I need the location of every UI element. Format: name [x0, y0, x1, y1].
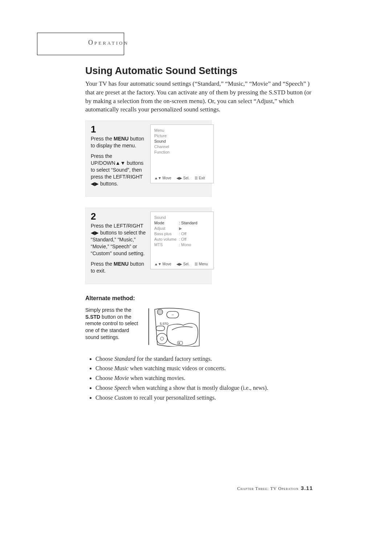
svg-point-2 — [159, 311, 161, 313]
sstd-label: S.STD — [160, 322, 168, 325]
osd2-row-0: Mode : Standard — [154, 220, 210, 226]
content-column: Operation Using Automatic Sound Settings… — [85, 33, 314, 403]
mode-item-speech: Choose Speech when watching a show that … — [95, 384, 314, 393]
osd1-move: ▲▼ Move — [154, 176, 171, 181]
osd1-sel: ◀▶ Sel. — [176, 176, 189, 181]
alternate-method-block: Simply press the the S.STD button on the… — [85, 307, 314, 347]
page: Operation Using Automatic Sound Settings… — [0, 0, 392, 535]
osd2-row-1: Adjust ▶ — [154, 226, 210, 231]
osd2-row-3: Auto volume : Off — [154, 237, 210, 242]
osd2-sel: ◀▶ Sel. — [176, 262, 189, 267]
footer-chapter: Chapter Three: TV Operation — [237, 486, 298, 491]
osd2-row-2: Bass plus : Off — [154, 231, 210, 237]
step-1-block: 1 Press the MENU button to display the m… — [85, 121, 212, 197]
step-2-line1: Press the LEFT/RIGHT ◀▶ buttons to selec… — [91, 222, 147, 257]
osd1-item-3: Function — [154, 150, 210, 155]
osd2-footer: ▲▼ Move ◀▶ Sel. ☰ Menu — [154, 262, 210, 267]
step-2-line2: Press the MENU button to exit. — [91, 261, 147, 274]
osd1-title: Menu — [154, 128, 210, 133]
step-1-number: 1 — [91, 124, 147, 134]
osd1-item-1: Sound — [154, 139, 210, 144]
step-2: 2 Press the LEFT/RIGHT ◀▶ buttons to sel… — [85, 208, 314, 284]
remote-illustration: − S.STD — [148, 307, 203, 347]
step-2-block: 2 Press the LEFT/RIGHT ◀▶ buttons to sel… — [85, 208, 212, 284]
alternate-method-heading: Alternate method: — [85, 295, 314, 302]
mode-item-custom: Choose Custom to recall your personalize… — [95, 393, 314, 403]
section-header-box: Operation — [37, 33, 124, 55]
intro-paragraph: Your TV has four automatic sound setting… — [85, 79, 314, 114]
step-2-text: 2 Press the LEFT/RIGHT ◀▶ buttons to sel… — [91, 213, 147, 278]
osd2-row-4: MTS : Mono — [154, 242, 210, 248]
alternate-method-text: Simply press the the S.STD button on the… — [85, 307, 142, 341]
osd1-footer: ▲▼ Move ◀▶ Sel. ☰ Exit — [154, 176, 210, 181]
page-footer: Chapter Three: TV Operation 3.11 — [237, 485, 313, 491]
mode-item-standard: Choose Standard for the standard factory… — [95, 355, 314, 364]
osd-menu-2: Sound Mode : Standard Adjust ▶ Bass plus… — [150, 212, 214, 269]
osd2-title: Sound — [154, 215, 210, 220]
step-1-text: 1 Press the MENU button to display the m… — [91, 126, 147, 191]
mode-item-music: Choose Music when watching music videos … — [95, 364, 314, 373]
svg-point-7 — [160, 337, 164, 340]
mode-list: Choose Standard for the standard factory… — [89, 355, 314, 403]
svg-text:−: − — [171, 312, 174, 317]
svg-rect-5 — [156, 326, 165, 331]
mode-item-movie: Choose Movie when watching movies. — [95, 374, 314, 383]
svg-marker-9 — [179, 342, 180, 344]
step-1-line2: Press the UP/DOWN▲▼ buttons to select “S… — [91, 153, 147, 187]
footer-page-number: 3.11 — [301, 485, 313, 491]
step-1: 1 Press the MENU button to display the m… — [85, 121, 314, 197]
svg-point-6 — [157, 333, 167, 344]
osd2-move: ▲▼ Move — [154, 262, 171, 267]
osd1-exit: ☰ Exit — [195, 176, 205, 181]
svg-point-1 — [158, 309, 163, 315]
osd1-item-2: Channel — [154, 144, 210, 150]
step-1-line1: Press the MENU button to display the men… — [91, 135, 147, 149]
step-2-number: 2 — [91, 212, 147, 221]
osd1-item-0: Picture — [154, 133, 210, 139]
section-header: Operation — [88, 39, 129, 46]
osd-menu-1: Menu Picture Sound Channel Function ▲▼ M… — [150, 124, 214, 183]
page-title: Using Automatic Sound Settings — [85, 65, 314, 77]
osd2-menu: ☰ Menu — [195, 262, 208, 267]
